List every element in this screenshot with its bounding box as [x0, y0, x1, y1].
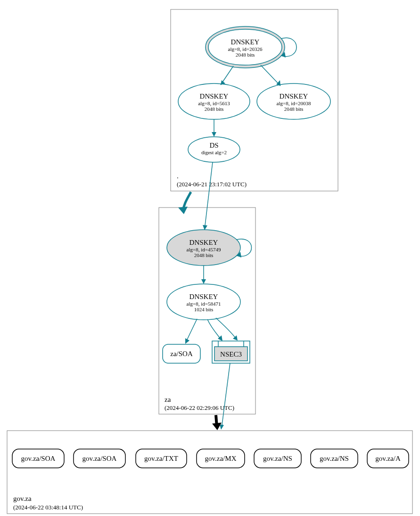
- svg-text:digest alg=2: digest alg=2: [201, 150, 227, 155]
- svg-text:DNSKEY: DNSKEY: [231, 38, 260, 46]
- zone-label-root: .: [177, 172, 179, 180]
- dnssec-diagram: . (2024-06-21 23:17:02 UTC) DNSKEY alg=8…: [0, 0, 420, 516]
- svg-text:alg=8, id=58471: alg=8, id=58471: [187, 301, 221, 307]
- svg-text:alg=8, id=5613: alg=8, id=5613: [198, 100, 230, 106]
- svg-text:gov.za/MX: gov.za/MX: [205, 455, 237, 462]
- edge-nsec3-govza: [222, 363, 230, 428]
- edge-ds-zaksk: [205, 162, 213, 229]
- zone-ts-govza: (2024-06-22 03:48:14 UTC): [13, 504, 83, 511]
- zone-label-za: za: [165, 396, 171, 403]
- svg-text:gov.za/A: gov.za/A: [375, 455, 401, 462]
- svg-text:alg=8, id=20038: alg=8, id=20038: [277, 100, 311, 106]
- edge-zazsk-soa: [186, 319, 197, 342]
- svg-text:NSEC3: NSEC3: [220, 350, 242, 358]
- svg-text:gov.za/SOA: gov.za/SOA: [82, 455, 117, 462]
- svg-marker-43: [212, 423, 222, 430]
- svg-text:DNSKEY: DNSKEY: [189, 293, 218, 300]
- svg-text:DNSKEY: DNSKEY: [189, 239, 218, 246]
- svg-text:2048 bits: 2048 bits: [236, 52, 255, 58]
- node-root-zsk2: DNSKEY alg=8, id=20038 2048 bits: [257, 83, 330, 119]
- node-root-ds: DS digest alg=2: [188, 137, 240, 162]
- node-za-ksk: DNSKEY alg=8, id=45749 2048 bits: [167, 230, 240, 266]
- node-za-soa: za/SOA: [163, 344, 200, 363]
- svg-text:2048 bits: 2048 bits: [205, 106, 224, 112]
- edge-zazsk-nsec3a: [207, 319, 222, 340]
- svg-text:DNSKEY: DNSKEY: [200, 92, 229, 100]
- svg-text:gov.za/NS: gov.za/NS: [320, 455, 349, 462]
- svg-text:alg=8, id=45749: alg=8, id=45749: [187, 247, 221, 252]
- svg-text:alg=8, id=20326: alg=8, id=20326: [228, 46, 263, 52]
- node-za-zsk: DNSKEY alg=8, id=58471 1024 bits: [167, 284, 240, 320]
- svg-text:DS: DS: [209, 141, 218, 149]
- zone-ts-root: (2024-06-21 23:17:02 UTC): [177, 181, 247, 188]
- zone-box-govza: [7, 431, 412, 514]
- svg-marker-15: [276, 80, 280, 86]
- svg-text:1024 bits: 1024 bits: [194, 307, 214, 312]
- node-za-nsec3: NSEC3: [212, 341, 250, 363]
- zone-label-govza: gov.za: [13, 495, 32, 502]
- node-root-zsk1: DNSKEY alg=8, id=5613 2048 bits: [178, 83, 250, 119]
- svg-text:gov.za/TXT: gov.za/TXT: [144, 455, 178, 462]
- rrset-row: gov.za/SOA gov.za/SOA gov.za/TXT gov.za/…: [12, 449, 409, 468]
- svg-marker-26: [178, 207, 188, 214]
- edge-rootksk-zsk2: [261, 65, 280, 86]
- svg-text:2048 bits: 2048 bits: [284, 106, 304, 112]
- node-root-ksk: DNSKEY alg=8, id=20326 2048 bits: [206, 26, 285, 68]
- svg-text:za/SOA: za/SOA: [170, 350, 193, 358]
- svg-marker-19: [212, 132, 216, 137]
- svg-text:2048 bits: 2048 bits: [194, 252, 214, 258]
- svg-marker-31: [201, 279, 206, 284]
- svg-text:gov.za/NS: gov.za/NS: [263, 455, 292, 462]
- svg-text:gov.za/SOA: gov.za/SOA: [21, 455, 56, 462]
- svg-text:DNSKEY: DNSKEY: [280, 92, 308, 100]
- svg-marker-42: [220, 424, 224, 430]
